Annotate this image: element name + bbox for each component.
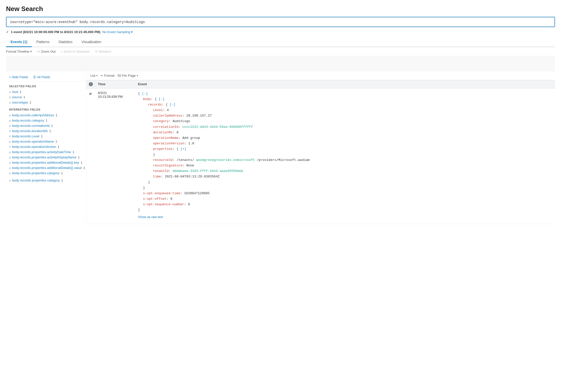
field-name-level[interactable]: body.records.Level <box>12 134 39 138</box>
per-page-caret: ▾ <box>137 74 138 77</box>
field-count-activitydisplayname: 1 <box>78 155 80 159</box>
json-val-correlationid: cccc2222-dd33-4444-55ee-666666ffffff <box>182 125 253 129</box>
format-icon: ✏ <box>101 74 103 77</box>
field-count-propscategory: 1 <box>61 171 63 175</box>
field-name-category[interactable]: body.records.category <box>12 119 44 122</box>
all-fields-button[interactable]: ☰ All Fields <box>33 75 50 79</box>
json-line-tenantid: tenantId: ddddeeee-3333-ffff-4444-aaaa55… <box>138 168 552 174</box>
field-operationversion: # body.records.operationVersion 1 <box>6 144 86 149</box>
field-count-correlationid: 1 <box>51 124 53 128</box>
json-val-tenantid: ddddeeee-3333-ffff-4444-aaaa5555bbbb <box>173 169 243 173</box>
field-name-sourcetype[interactable]: sourcetype <box>12 101 28 104</box>
sidebar-header: < Hide Fields ☰ All Fields <box>6 74 86 82</box>
per-page-label: 50 Per Page <box>117 74 135 77</box>
list-button[interactable]: List ▾ <box>90 74 98 77</box>
tab-patterns[interactable]: Patterns <box>32 37 54 47</box>
field-host: a host 1 <box>6 89 86 94</box>
json-line-callerip: callerIpAddress: 20.190.157.27 <box>138 113 552 119</box>
field-name-host[interactable]: host <box>12 90 18 94</box>
main-layout: < Hide Fields ☰ All Fields SELECTED FIEL… <box>6 71 555 224</box>
format-timeline-button[interactable]: Format Timeline ▾ <box>6 50 32 53</box>
json-line-records: records: { [-] <box>138 102 552 108</box>
field-name-activitydisplayname[interactable]: body.records.properties.activityDisplayN… <box>12 155 76 159</box>
field-callerip: a body.records.callerIpAddress 1 <box>6 113 86 118</box>
json-collapse-records[interactable]: [-] <box>170 103 175 107</box>
field-count-host: 1 <box>20 90 22 94</box>
event-expander-button[interactable]: ▶ <box>86 88 95 224</box>
show-raw-text[interactable]: Show as raw text <box>138 213 552 221</box>
field-name-bottom[interactable]: body records properties category <box>12 178 60 182</box>
json-line-durationms: durationMs: 0 <box>138 130 552 135</box>
deselect-button[interactable]: ✕ Deselect <box>95 50 111 53</box>
field-name-correlationid[interactable]: body.records.correlationId <box>12 124 49 128</box>
zoom-out-button[interactable]: — Zoom Out <box>37 50 55 53</box>
field-type-level: # <box>9 135 11 138</box>
field-name-additionaldetailskey[interactable]: body.records.properties.additionalDetail… <box>12 161 79 164</box>
json-collapse-body[interactable]: [-] <box>159 97 164 101</box>
event-content: { [-] body: { [-] records: { [-] Level: … <box>135 88 555 224</box>
field-category: a body.records.category 1 <box>6 118 86 123</box>
field-sourcetype: a sourcetype 1 <box>6 100 86 105</box>
interesting-fields-section: INTERESTING FIELDS <box>6 105 86 113</box>
hide-fields-button[interactable]: < Hide Fields <box>9 75 28 79</box>
field-type-bottom: a <box>9 179 11 182</box>
json-val-resourceid-link[interactable]: woodgrovegroceries.onmicrosoft <box>196 158 255 162</box>
content-toolbar: List ▾ ✏ Format 50 Per Page ▾ <box>86 71 555 80</box>
field-type-sourcetype: a <box>9 101 11 104</box>
event-sampling-dropdown[interactable]: No Event Sampling ▾ <box>102 30 133 34</box>
field-count-durationms: 1 <box>49 129 51 133</box>
content-area: List ▾ ✏ Format 50 Per Page ▾ i Time Ev <box>86 71 555 224</box>
field-source: a source 1 <box>6 94 86 100</box>
field-name-activitydatetime[interactable]: body.records.properties.activityDateTime <box>12 150 71 154</box>
result-summary: ✓ 1 event (8/2/21 10:00:00.000 PM to 8/3… <box>6 30 555 34</box>
json-line-close-records-inner: } <box>138 152 552 157</box>
field-type-category: a <box>9 119 11 122</box>
json-line-close-body: } <box>138 185 552 191</box>
json-line-body: body: { [-] <box>138 96 552 102</box>
field-name-durationms[interactable]: body.records.durationMs <box>12 129 48 133</box>
zoom-to-selection-button[interactable]: + Zoom to Selection <box>61 50 90 53</box>
field-count-category: 1 <box>46 119 47 122</box>
field-type-propscategory: a <box>9 172 11 175</box>
field-name-operationname[interactable]: body.records.operationName <box>12 140 54 143</box>
field-count-operationversion: 1 <box>58 145 59 149</box>
field-additionaldetailsvalue: a body.records.properties.additionalDeta… <box>6 165 86 170</box>
field-count-activitydatetime: 1 <box>73 150 74 154</box>
field-level: # body.records.Level 1 <box>6 134 86 139</box>
field-count-operationname: 1 <box>55 140 57 143</box>
json-expand-properties[interactable]: [+] <box>180 147 186 151</box>
json-line-operationname: operationName: Add group <box>138 135 552 141</box>
tab-visualization[interactable]: Visualization <box>77 37 106 47</box>
json-line-root-open: { [-] <box>138 91 552 96</box>
field-name-callerip[interactable]: body.records.callerIpAddress <box>12 113 54 117</box>
tab-events[interactable]: Events (1) <box>6 37 32 47</box>
per-page-button[interactable]: 50 Per Page ▾ <box>117 74 138 77</box>
field-name-propscategory[interactable]: body.records.properties.category <box>12 171 59 175</box>
field-count-additionaldetailsvalue: 1 <box>83 166 85 170</box>
field-count-level: 1 <box>41 134 43 138</box>
field-additionaldetailskey: a body.records.properties.additionalDeta… <box>6 160 86 165</box>
format-timeline-label: Format Timeline <box>6 50 29 53</box>
field-type-callerip: a <box>9 114 11 117</box>
field-name-source[interactable]: source <box>12 95 22 99</box>
format-button[interactable]: ✏ Format <box>101 74 114 77</box>
field-name-additionaldetailsvalue[interactable]: body.records.properties.additionalDetail… <box>12 166 82 170</box>
field-type-additionaldetailsvalue: a <box>9 166 11 169</box>
format-label: Format <box>104 74 114 77</box>
field-activitydisplayname: a body.records.properties.activityDispla… <box>6 155 86 160</box>
field-durationms: # body.records.durationMs 1 <box>6 128 86 134</box>
deselect-label: ✕ Deselect <box>95 50 111 53</box>
json-line-time: time: 2021-08-04T03:13:29.8383564Z <box>138 174 552 179</box>
json-line-xopt-sequence: x-opt-sequence-number: 0 <box>138 202 552 207</box>
field-name-operationversion[interactable]: body.records.operationVersion <box>12 145 56 149</box>
field-type-activitydatetime: a <box>9 151 11 154</box>
json-line-category: category: AuditLogs <box>138 119 552 124</box>
list-caret: ▾ <box>96 74 98 77</box>
table-header: i Time Event <box>86 80 555 88</box>
search-input[interactable] <box>10 20 551 24</box>
info-icon: i <box>89 82 93 86</box>
tab-statistics[interactable]: Statistics <box>54 37 77 47</box>
field-type-operationname: a <box>9 140 11 143</box>
json-collapse-root[interactable]: [-] <box>142 92 148 95</box>
result-check-icon: ✓ <box>6 30 9 34</box>
